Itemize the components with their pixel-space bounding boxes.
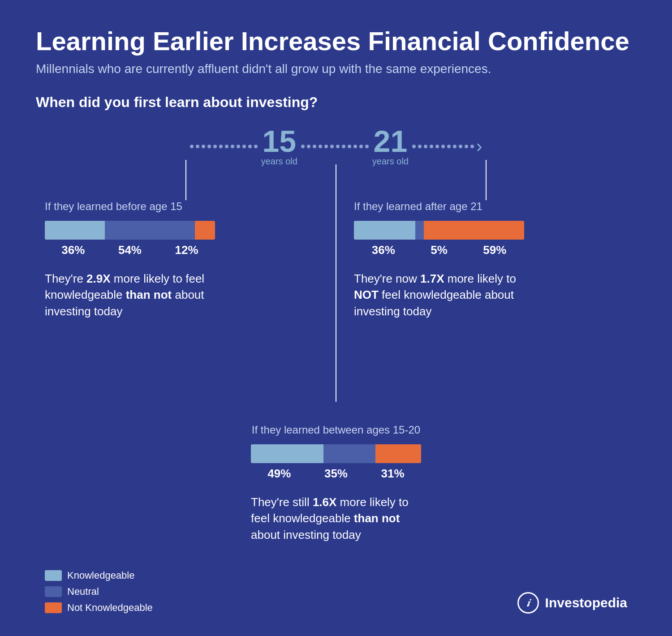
- right-panel-label: If they learned after age 21: [354, 200, 627, 213]
- dot: [307, 145, 310, 148]
- dot: [319, 145, 322, 148]
- middle-bar-knowledgeable: [251, 444, 323, 463]
- right-pct-row: 36% 5% 59%: [354, 243, 524, 257]
- dot: [202, 145, 205, 148]
- brand-name: Investopedia: [545, 595, 627, 610]
- legend-label-not: Not Knowledgeable: [67, 602, 153, 614]
- main-title: Learning Earlier Increases Financial Con…: [36, 27, 636, 56]
- right-pct-neutral: 5%: [431, 243, 448, 257]
- timeline: 15 years old 21 years old: [36, 129, 636, 164]
- dot: [324, 145, 328, 148]
- legend-color-not: [45, 602, 62, 613]
- left-pct-neutral: 54%: [118, 243, 142, 257]
- left-description: They're 2.9X more likely to feel knowled…: [45, 271, 215, 319]
- timeline-marker-21: 21 years old: [372, 126, 409, 167]
- dot: [465, 145, 468, 148]
- dot: [237, 145, 240, 148]
- dot: [248, 145, 252, 148]
- middle-bottom-section: If they learned between ages 15-20 49% 3…: [36, 424, 636, 543]
- right-pct-knowledgeable: 36%: [372, 243, 395, 257]
- timeline-arrow: ›: [476, 136, 482, 156]
- middle-panel: If they learned between ages 15-20 49% 3…: [237, 424, 435, 543]
- dot: [353, 145, 357, 148]
- dot: [330, 145, 334, 148]
- legend-color-knowledgeable: [45, 570, 62, 581]
- brand-logo: 𝑖: [517, 592, 539, 614]
- brand: 𝑖 Investopedia: [517, 592, 627, 614]
- middle-pct-row: 49% 35% 31%: [251, 467, 421, 481]
- legend-item-knowledgeable: Knowledgeable: [45, 570, 153, 581]
- legend-color-neutral: [45, 586, 62, 597]
- middle-description: They're still 1.6X more likely to feel k…: [251, 494, 421, 543]
- timeline-dots-left: [190, 145, 258, 148]
- legend-label-knowledgeable: Knowledgeable: [67, 570, 134, 581]
- dot: [190, 145, 194, 148]
- dot: [418, 145, 422, 148]
- dot: [225, 145, 228, 148]
- age-21: 21: [374, 126, 408, 156]
- right-connector-line: [486, 160, 487, 200]
- dot: [313, 145, 316, 148]
- legend: Knowledgeable Neutral Not Knowledgeable: [45, 570, 153, 614]
- dot: [231, 145, 234, 148]
- legend-item-neutral: Neutral: [45, 586, 153, 597]
- left-bar: [45, 221, 215, 240]
- timeline-marker-15: 15 years old: [261, 126, 297, 167]
- dot: [441, 145, 445, 148]
- dot: [219, 145, 223, 148]
- dot: [430, 145, 433, 148]
- dot: [336, 145, 340, 148]
- right-bar: [354, 221, 524, 240]
- dot: [254, 145, 258, 148]
- timeline-dots-mid: [301, 145, 369, 148]
- dot: [412, 145, 416, 148]
- dot: [207, 145, 211, 148]
- dot: [301, 145, 305, 148]
- left-pct-not: 12%: [175, 243, 198, 257]
- left-bar-not: [195, 221, 215, 240]
- subtitle: Millennials who are currently affluent d…: [36, 62, 636, 76]
- middle-bar-neutral: [323, 444, 375, 463]
- middle-bar-not: [375, 444, 421, 463]
- left-bar-neutral: [105, 221, 195, 240]
- question: When did you first learn about investing…: [36, 94, 636, 111]
- right-bar-neutral: [415, 221, 424, 240]
- dot: [342, 145, 345, 148]
- left-connector-line: [185, 160, 186, 200]
- middle-bar: [251, 444, 421, 463]
- mid-connector-line: [336, 164, 336, 402]
- legend-item-not: Not Knowledgeable: [45, 602, 153, 614]
- bottom-section: Knowledgeable Neutral Not Knowledgeable …: [36, 556, 636, 614]
- right-pct-not: 59%: [483, 243, 506, 257]
- dot: [424, 145, 427, 148]
- right-bar-not: [424, 221, 524, 240]
- dot: [453, 145, 457, 148]
- dot: [447, 145, 451, 148]
- left-pct-knowledgeable: 36%: [61, 243, 85, 257]
- dot: [359, 145, 363, 148]
- dot: [435, 145, 439, 148]
- dot: [459, 145, 462, 148]
- middle-pct-knowledgeable: 49%: [267, 467, 291, 481]
- dot: [365, 145, 369, 148]
- middle-panel-label: If they learned between ages 15-20: [252, 424, 420, 436]
- brand-logo-letter: 𝑖: [526, 597, 530, 609]
- left-bar-knowledgeable: [45, 221, 105, 240]
- legend-label-neutral: Neutral: [67, 586, 99, 597]
- right-bar-knowledgeable: [354, 221, 415, 240]
- middle-pct-not: 31%: [381, 467, 405, 481]
- dot: [470, 145, 474, 148]
- page-container: Learning Earlier Increases Financial Con…: [0, 0, 672, 636]
- age-15: 15: [262, 126, 296, 156]
- dot: [213, 145, 217, 148]
- dot: [348, 145, 351, 148]
- timeline-dots-right: ›: [412, 136, 482, 156]
- left-pct-row: 36% 54% 12%: [45, 243, 215, 257]
- middle-pct-neutral: 35%: [324, 467, 348, 481]
- dot: [196, 145, 199, 148]
- left-panel-label: If they learned before age 15: [45, 200, 318, 213]
- dot: [242, 145, 246, 148]
- right-description: They're now 1.7X more likely to NOT feel…: [354, 271, 524, 319]
